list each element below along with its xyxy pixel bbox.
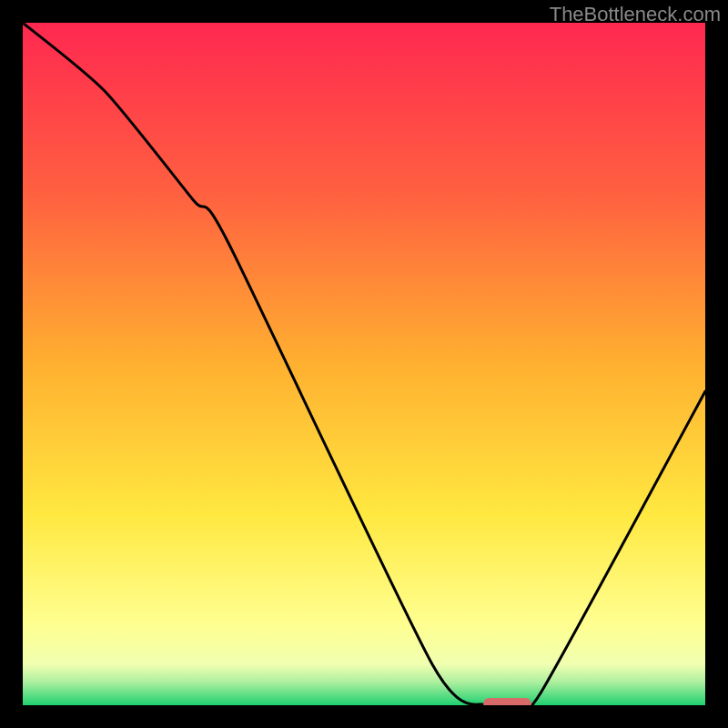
- chart-container: TheBottleneck.com: [0, 0, 728, 728]
- plot-area: [23, 23, 705, 705]
- chart-overlay: [23, 23, 705, 705]
- optimal-marker: [483, 698, 531, 705]
- bottleneck-curve: [23, 23, 705, 705]
- watermark-text: TheBottleneck.com: [550, 3, 721, 26]
